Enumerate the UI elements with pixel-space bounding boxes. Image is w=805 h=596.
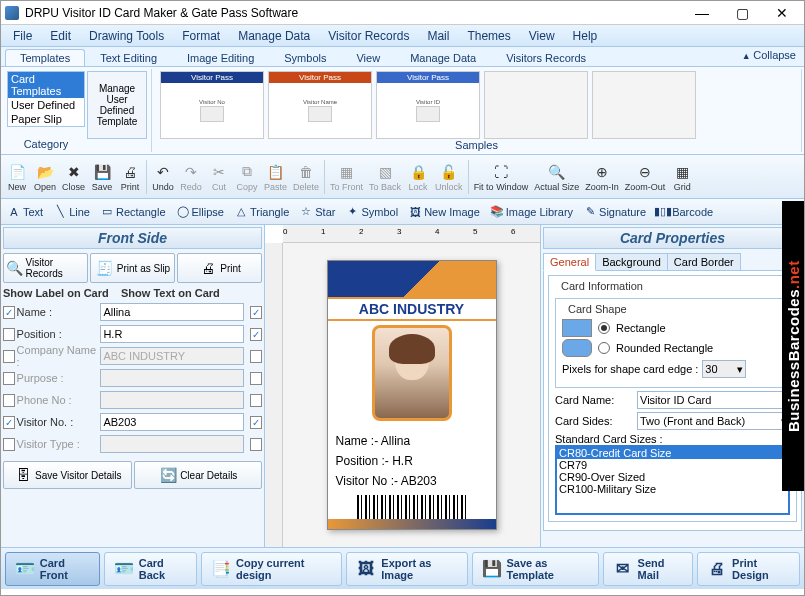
ribbon-tab-image-editing[interactable]: Image Editing bbox=[172, 49, 269, 66]
field-input[interactable] bbox=[100, 303, 244, 321]
bottom-card-back[interactable]: 🪪Card Back bbox=[104, 552, 197, 586]
collapse-button[interactable]: Collapse bbox=[742, 49, 796, 61]
label-checkbox[interactable]: ✓ bbox=[3, 416, 15, 429]
size-option[interactable]: CR80-Credit Card Size bbox=[557, 447, 788, 459]
ribbon-tab-visitors-records[interactable]: Visitors Records bbox=[491, 49, 601, 66]
text-checkbox[interactable]: ✓ bbox=[250, 328, 262, 341]
ribbon-tab-text-editing[interactable]: Text Editing bbox=[85, 49, 172, 66]
text-checkbox[interactable] bbox=[250, 394, 262, 407]
tool-undo[interactable]: ↶Undo bbox=[149, 161, 177, 193]
tool-grid[interactable]: ▦Grid bbox=[668, 161, 696, 193]
design-canvas[interactable]: ABC INDUSTRY Name :- Allina Position :- … bbox=[283, 243, 540, 547]
card-sides-select[interactable]: Two (Front and Back)▾ bbox=[637, 412, 790, 430]
menu-themes[interactable]: Themes bbox=[459, 27, 518, 45]
tool-actual-size[interactable]: 🔍Actual Size bbox=[531, 161, 582, 193]
shape-image-library[interactable]: 📚Image Library bbox=[486, 203, 577, 221]
rrect-radio[interactable] bbox=[598, 342, 610, 354]
menu-view[interactable]: View bbox=[521, 27, 563, 45]
shape-signature[interactable]: ✎Signature bbox=[579, 203, 650, 221]
shape-star[interactable]: ☆Star bbox=[295, 203, 339, 221]
field-input[interactable] bbox=[100, 413, 244, 431]
menu-visitor-records[interactable]: Visitor Records bbox=[320, 27, 417, 45]
maximize-button[interactable]: ▢ bbox=[728, 4, 756, 22]
clear-details-button[interactable]: 🔄Clear Details bbox=[134, 461, 263, 489]
label-checkbox[interactable] bbox=[3, 394, 15, 407]
category-item[interactable]: Paper Slip bbox=[8, 112, 84, 126]
menu-drawing-tools[interactable]: Drawing Tools bbox=[81, 27, 172, 45]
card-name-input[interactable] bbox=[637, 391, 790, 409]
tool-new[interactable]: 📄New bbox=[3, 161, 31, 193]
shape-triangle[interactable]: △Triangle bbox=[230, 203, 293, 221]
label-checkbox[interactable] bbox=[3, 372, 15, 385]
prop-tab-general[interactable]: General bbox=[543, 253, 596, 271]
close-button[interactable]: ✕ bbox=[768, 4, 796, 22]
text-checkbox[interactable]: ✓ bbox=[250, 416, 262, 429]
tool-redo: ↷Redo bbox=[177, 161, 205, 193]
tool-print[interactable]: 🖨Print bbox=[116, 161, 144, 193]
text-checkbox[interactable] bbox=[250, 372, 262, 385]
text-checkbox[interactable] bbox=[250, 438, 262, 451]
shape-line[interactable]: ╲Line bbox=[49, 203, 94, 221]
label-checkbox[interactable] bbox=[3, 328, 15, 341]
visitor-records-button[interactable]: 🔍Visitor Records bbox=[3, 253, 88, 283]
print-button[interactable]: 🖨Print bbox=[177, 253, 262, 283]
bottom-print-design[interactable]: 🖨Print Design bbox=[697, 552, 800, 586]
field-label: Position : bbox=[17, 328, 99, 340]
prop-tab-card-border[interactable]: Card Border bbox=[667, 253, 741, 270]
sample-card[interactable] bbox=[592, 71, 696, 139]
sample-card[interactable] bbox=[484, 71, 588, 139]
category-list[interactable]: Card TemplatesUser DefinedPaper Slip bbox=[7, 71, 85, 127]
menu-help[interactable]: Help bbox=[565, 27, 606, 45]
prop-tab-background[interactable]: Background bbox=[595, 253, 668, 270]
category-item[interactable]: User Defined bbox=[8, 98, 84, 112]
field-input[interactable] bbox=[100, 325, 244, 343]
bottom-copy-current-design[interactable]: 📑Copy current design bbox=[201, 552, 342, 586]
label-checkbox[interactable] bbox=[3, 438, 15, 451]
tool-zoom-in[interactable]: ⊕Zoom-In bbox=[582, 161, 622, 193]
bottom-card-front[interactable]: 🪪Card Front bbox=[5, 552, 100, 586]
shape-barcode[interactable]: ▮▯▮Barcode bbox=[652, 203, 717, 221]
bottom-save-as-template[interactable]: 💾Save as Template bbox=[472, 552, 599, 586]
save-visitor-button[interactable]: 🗄Save Visitor Details bbox=[3, 461, 132, 489]
shape-symbol[interactable]: ✦Symbol bbox=[341, 203, 402, 221]
shape-rectangle[interactable]: ▭Rectangle bbox=[96, 203, 170, 221]
sample-card[interactable]: Visitor PassVisitor No bbox=[160, 71, 264, 139]
menu-file[interactable]: File bbox=[5, 27, 40, 45]
tool-save[interactable]: 💾Save bbox=[88, 161, 116, 193]
text-checkbox[interactable] bbox=[250, 350, 262, 363]
size-option[interactable]: CR79 bbox=[557, 459, 788, 471]
menu-manage-data[interactable]: Manage Data bbox=[230, 27, 318, 45]
size-option[interactable]: CR100-Military Size bbox=[557, 483, 788, 495]
card-photo bbox=[372, 325, 452, 421]
bottom-send-mail[interactable]: ✉Send Mail bbox=[603, 552, 693, 586]
menu-format[interactable]: Format bbox=[174, 27, 228, 45]
shape-text[interactable]: AText bbox=[3, 203, 47, 221]
text-checkbox[interactable]: ✓ bbox=[250, 306, 262, 319]
edge-px-input[interactable]: 30▾ bbox=[702, 360, 746, 378]
shape-new-image[interactable]: 🖼New Image bbox=[404, 203, 484, 221]
id-card[interactable]: ABC INDUSTRY Name :- Allina Position :- … bbox=[327, 260, 497, 530]
print-slip-button[interactable]: 🧾Print as Slip bbox=[90, 253, 175, 283]
category-item[interactable]: Card Templates bbox=[8, 72, 84, 98]
size-option[interactable]: CR90-Over Sized bbox=[557, 471, 788, 483]
ribbon-tab-templates[interactable]: Templates bbox=[5, 49, 85, 66]
tool-close[interactable]: ✖Close bbox=[59, 161, 88, 193]
tool-zoom-out[interactable]: ⊖Zoom-Out bbox=[622, 161, 669, 193]
menu-edit[interactable]: Edit bbox=[42, 27, 79, 45]
shape-ellipse[interactable]: ◯Ellipse bbox=[172, 203, 228, 221]
ribbon-tab-view[interactable]: View bbox=[341, 49, 395, 66]
ribbon-tab-symbols[interactable]: Symbols bbox=[269, 49, 341, 66]
sample-card[interactable]: Visitor PassVisitor Name bbox=[268, 71, 372, 139]
rect-radio[interactable] bbox=[598, 322, 610, 334]
label-checkbox[interactable]: ✓ bbox=[3, 306, 15, 319]
label-checkbox[interactable] bbox=[3, 350, 15, 363]
minimize-button[interactable]: — bbox=[688, 4, 716, 22]
tool-fit-to-window[interactable]: ⛶Fit to Window bbox=[471, 161, 532, 193]
ribbon-tab-manage-data[interactable]: Manage Data bbox=[395, 49, 491, 66]
manage-template-button[interactable]: Manage User Defined Template bbox=[87, 71, 147, 139]
sample-card[interactable]: Visitor PassVisitor ID bbox=[376, 71, 480, 139]
standard-sizes-list[interactable]: CR80-Credit Card SizeCR79CR90-Over Sized… bbox=[555, 445, 790, 515]
bottom-export-as-image[interactable]: 🖼Export as Image bbox=[346, 552, 467, 586]
menu-mail[interactable]: Mail bbox=[419, 27, 457, 45]
tool-open[interactable]: 📂Open bbox=[31, 161, 59, 193]
